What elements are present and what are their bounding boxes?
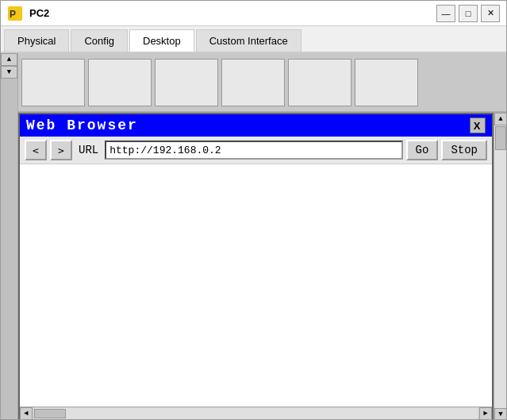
right-scrollbar: ▲ ▼ (494, 113, 506, 420)
browser-title-bar: Web Browser X (20, 114, 492, 137)
url-input[interactable] (105, 141, 402, 160)
scroll-thumb[interactable] (495, 126, 506, 150)
thumbnail-2[interactable] (88, 59, 152, 106)
tab-desktop[interactable]: Desktop (129, 29, 194, 52)
browser-toolbar: < > URL Go Stop (20, 137, 492, 164)
thumbnail-strip (18, 53, 506, 113)
back-button[interactable]: < (25, 140, 47, 160)
thumbnail-5[interactable] (288, 59, 351, 106)
url-label: URL (79, 144, 98, 156)
left-thumbnail-bar: ▲ ▼ (1, 53, 18, 420)
browser-content (20, 164, 492, 407)
browser-title: Web Browser (26, 118, 138, 133)
tab-bar: Physical Config Desktop Custom Interface (1, 26, 506, 53)
bottom-scrollbar: ◄ ► (20, 407, 492, 419)
thumbnail-4[interactable] (221, 59, 285, 106)
thumbnail-1[interactable] (21, 59, 85, 106)
tab-custom-interface[interactable]: Custom Interface (196, 29, 302, 52)
go-button[interactable]: Go (406, 140, 439, 160)
bottom-scroll-track (34, 408, 478, 419)
browser-area: Web Browser X < > URL Go Stop ◄ (18, 113, 506, 420)
main-content: ▲ ▼ Web Browser X < (1, 53, 506, 420)
browser-close-button[interactable]: X (470, 118, 486, 133)
scroll-down-btn[interactable]: ▼ (494, 408, 506, 420)
bottom-scroll-thumb[interactable] (34, 409, 66, 418)
scroll-down-btn-left[interactable]: ▼ (1, 66, 17, 79)
tab-physical[interactable]: Physical (4, 29, 69, 52)
inner-content: Web Browser X < > URL Go Stop ◄ (18, 53, 506, 420)
tab-config[interactable]: Config (71, 29, 128, 52)
browser-window: Web Browser X < > URL Go Stop ◄ (18, 113, 494, 420)
scroll-left-btn[interactable]: ◄ (20, 407, 33, 420)
thumbnail-3[interactable] (155, 59, 218, 106)
title-bar: P PC2 — □ ✕ (1, 1, 506, 26)
window-controls: — □ ✕ (436, 5, 500, 22)
app-icon: P (7, 6, 23, 21)
svg-text:P: P (10, 9, 16, 20)
scroll-right-btn[interactable]: ► (479, 407, 492, 420)
scroll-track (494, 125, 506, 408)
scroll-up-btn[interactable]: ▲ (494, 113, 506, 125)
minimize-button[interactable]: — (436, 5, 455, 22)
stop-button[interactable]: Stop (441, 140, 487, 160)
close-button[interactable]: ✕ (481, 5, 500, 22)
maximize-button[interactable]: □ (459, 5, 478, 22)
forward-button[interactable]: > (50, 140, 72, 160)
scroll-up-btn-left[interactable]: ▲ (1, 53, 17, 66)
window-title: PC2 (29, 7, 430, 19)
thumbnail-6[interactable] (355, 59, 418, 106)
